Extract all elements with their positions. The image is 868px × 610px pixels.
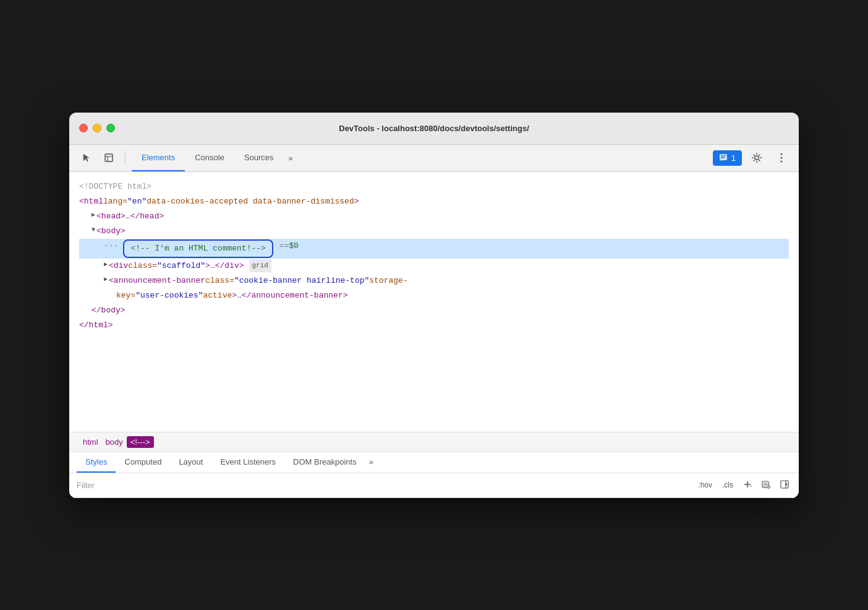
ellipsis-icon: ··· (104, 239, 118, 253)
html-open-line[interactable]: <html lang="en" data-cookies-accepted da… (79, 194, 789, 209)
tab-elements[interactable]: Elements (132, 144, 185, 171)
breadcrumb-html[interactable]: html (79, 436, 102, 448)
html-close-line[interactable]: </html> (79, 318, 789, 333)
tab-computed[interactable]: Computed (116, 452, 170, 473)
announcement-close: >…</announcement-banner> (232, 289, 347, 303)
announcement-storage-attr: storage- (369, 274, 407, 288)
close-button[interactable] (79, 124, 88, 132)
tab-more-icon[interactable]: » (284, 153, 298, 163)
styles-panel: Styles Computed Layout Event Listeners D… (69, 452, 799, 498)
toggle-sidebar-button[interactable] (778, 479, 791, 492)
cls-button[interactable]: .cls (720, 479, 736, 491)
minimize-button[interactable] (93, 124, 101, 132)
cursor-icon[interactable] (77, 148, 96, 168)
tab-dom-breakpoints[interactable]: DOM Breakpoints (284, 452, 365, 473)
announcement-line2: key="user-cookies" active>…</announcemen… (79, 288, 789, 303)
comment-line[interactable]: ··· <!-- I'm an HTML comment!--> == $0 (79, 239, 789, 259)
main-content: <!DOCTYPE html> <html lang="en" data-coo… (69, 172, 799, 498)
devtools-toolbar: Elements Console Sources » 1 (69, 145, 799, 172)
dollar-zero: $0 (289, 239, 299, 253)
div-class-value: "scaffold" (157, 259, 205, 273)
announcement-toggle[interactable]: ▶ (104, 274, 108, 285)
div-scaffold-line[interactable]: ▶ <div class="scaffold">…</div> grid (79, 259, 789, 273)
div-toggle[interactable]: ▶ (104, 259, 108, 270)
styles-tabs: Styles Computed Layout Event Listeners D… (69, 452, 799, 473)
breadcrumb-comment[interactable]: <!---> (127, 436, 154, 448)
badge-count: 1 (731, 153, 736, 163)
div-class-attr: class= (128, 259, 157, 273)
html-lang-value: "en" (127, 195, 147, 208)
filter-placeholder: Filter (77, 481, 688, 490)
head-toggle[interactable]: ▶ (91, 210, 95, 220)
doctype-line: <!DOCTYPE html> (79, 179, 789, 194)
toolbar-separator (125, 152, 126, 164)
breadcrumb-body[interactable]: body (102, 436, 127, 448)
elements-panel: <!DOCTYPE html> <html lang="en" data-coo… (69, 172, 799, 432)
svg-point-9 (781, 161, 783, 163)
tab-event-listeners[interactable]: Event Listeners (211, 452, 284, 473)
messages-badge-button[interactable]: 1 (713, 150, 742, 166)
toolbar-right: 1 (713, 148, 791, 168)
html-close-bracket: > (354, 195, 359, 208)
html-attr-lang: lang= (103, 195, 127, 208)
body-open-line[interactable]: ▼ <body> (79, 224, 789, 239)
svg-rect-3 (720, 154, 727, 160)
add-style-button[interactable] (741, 479, 754, 492)
body-close-tag: </body> (91, 304, 126, 317)
tab-layout[interactable]: Layout (170, 452, 211, 473)
announcement-key-value: "user-cookies" (135, 289, 203, 303)
svg-point-6 (755, 156, 759, 160)
titlebar: DevTools - localhost:8080/docs/devtools/… (69, 113, 799, 145)
tab-styles[interactable]: Styles (77, 452, 116, 473)
hov-button[interactable]: :hov (696, 479, 715, 491)
styles-tab-more[interactable]: » (365, 452, 377, 473)
announcement-tag: <announcement-banner (109, 274, 205, 288)
body-toggle[interactable]: ▼ (91, 225, 95, 235)
doctype-text: <!DOCTYPE html> (79, 180, 151, 194)
settings-button[interactable] (747, 148, 767, 168)
body-close-line[interactable]: </body> (79, 303, 789, 318)
inspect-icon[interactable] (99, 148, 119, 168)
head-line[interactable]: ▶ <head>…</head> (79, 209, 789, 224)
new-style-rule-button[interactable] (759, 479, 773, 492)
more-options-button[interactable] (772, 148, 791, 168)
div-ellipsis: >…</div> (205, 259, 244, 273)
tab-console[interactable]: Console (185, 144, 234, 171)
html-attr-cookies: data-cookies-accepted data-banner-dismis… (147, 195, 354, 208)
announcement-key-attr: key= (116, 289, 135, 303)
head-tag: <head>…</head> (96, 210, 164, 223)
svg-point-8 (781, 157, 783, 159)
fullscreen-button[interactable] (106, 124, 115, 132)
filter-actions: :hov .cls (696, 479, 791, 492)
filter-bar: Filter :hov .cls (69, 473, 799, 498)
comment-box: <!-- I'm an HTML comment!--> (123, 239, 273, 258)
announcement-line1[interactable]: ▶ <announcement-banner class="cookie-ban… (79, 273, 789, 288)
window-title: DevTools - localhost:8080/docs/devtools/… (339, 124, 529, 133)
div-tag: <div (109, 259, 128, 273)
svg-rect-0 (105, 154, 113, 161)
grid-badge: grid (249, 259, 271, 272)
svg-point-7 (781, 153, 783, 155)
comment-text: <!-- I'm an HTML comment!--> (130, 244, 265, 253)
breadcrumb: html body <!---> (69, 432, 799, 452)
html-tag: <html (79, 195, 103, 208)
html-close-tag: </html> (79, 319, 113, 332)
body-tag: <body> (96, 225, 126, 238)
toolbar-tabs: Elements Console Sources » (132, 144, 298, 171)
announcement-class-value: "cookie-banner hairline-top" (234, 274, 369, 288)
devtools-window: DevTools - localhost:8080/docs/devtools/… (69, 113, 799, 498)
equals-sign: == (279, 239, 289, 253)
announcement-active-attr: active (203, 289, 232, 303)
traffic-lights (79, 124, 115, 132)
announcement-class-attr: class= (205, 274, 234, 288)
tab-sources[interactable]: Sources (234, 144, 284, 171)
